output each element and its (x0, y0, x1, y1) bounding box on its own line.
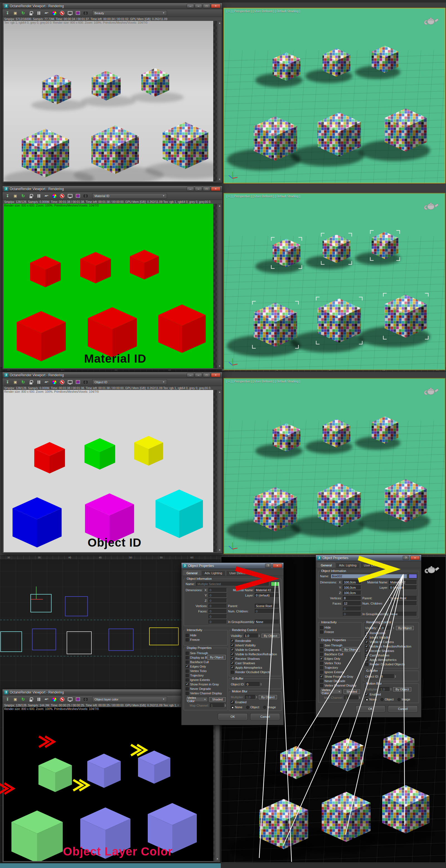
cast-shadows-checkbox[interactable] (365, 654, 368, 657)
renderable-checkbox[interactable] (231, 640, 234, 643)
vertex-color-select[interactable]: Vertex Color▼ (320, 689, 342, 694)
hide-checkbox[interactable] (186, 634, 189, 637)
layer-field[interactable]: 0 (default) (255, 593, 279, 598)
object-color-swatch[interactable] (271, 582, 279, 586)
window-titlebar[interactable]: 3 OctaneRender Viewport - Rendering ↔–□× (2, 186, 222, 192)
object-id-field[interactable]: 0 (246, 682, 260, 686)
picture-icon[interactable] (75, 379, 81, 385)
pause-icon[interactable] (36, 193, 41, 199)
close-button[interactable]: × (410, 556, 420, 560)
scroll-up-icon[interactable]: ▲ (219, 22, 221, 24)
show-frozen-checkbox[interactable] (186, 683, 189, 686)
never-degrade-checkbox[interactable] (320, 680, 323, 683)
maximize-button[interactable]: □ (203, 187, 210, 191)
window-titlebar[interactable]: 3 OctaneRender Viewport - Rendering ↔–□× (2, 3, 222, 9)
display-as-box-checkbox[interactable] (186, 656, 189, 659)
picture-icon[interactable] (75, 193, 81, 199)
by-object-button[interactable]: By Object (393, 687, 411, 691)
stop-icon[interactable] (59, 379, 65, 385)
pause-icon[interactable] (36, 379, 41, 385)
viewport-canvas[interactable] (224, 378, 445, 554)
freeze-checkbox[interactable] (320, 630, 323, 633)
edges-only-checkbox[interactable] (320, 657, 323, 660)
by-object-button[interactable]: By Object (342, 647, 360, 652)
viewport-canvas[interactable] (224, 193, 445, 370)
multiplier-field[interactable]: 1,0 (379, 687, 390, 691)
vertex-color-select[interactable]: Vertex Color▼ (186, 697, 208, 702)
spinner[interactable]: ▴▾ (259, 634, 260, 637)
viewport-canvas[interactable] (224, 8, 445, 183)
see-through-checkbox[interactable] (186, 652, 189, 655)
render-occluded-checkbox[interactable] (231, 671, 234, 674)
camera-icon[interactable] (83, 696, 88, 702)
render-area[interactable]: Object Layer Color (4, 707, 215, 861)
object-id-field[interactable]: 0 (380, 674, 394, 679)
display-as-box-checkbox[interactable] (320, 648, 323, 651)
export-icon[interactable]: ↧ (5, 696, 10, 702)
vertex-ticks-checkbox[interactable] (320, 662, 323, 665)
z-field[interactable]: 0 (209, 598, 227, 603)
renderable-checkbox[interactable] (365, 632, 368, 635)
receive-shadows-checkbox[interactable] (365, 649, 368, 653)
apply-atmospherics-checkbox[interactable] (231, 666, 234, 669)
enabled-checkbox[interactable] (365, 693, 368, 696)
image-radio[interactable] (263, 706, 266, 709)
color-wheel-icon[interactable] (52, 193, 57, 199)
edges-only-checkbox[interactable] (186, 665, 189, 668)
lock-icon[interactable] (28, 10, 34, 16)
spinner[interactable]: ▴▾ (359, 696, 360, 699)
map-channel-field[interactable]: 1 (210, 703, 224, 708)
spinner[interactable]: ▴▾ (256, 696, 257, 699)
none-radio[interactable] (365, 698, 368, 701)
perspective-viewport-3[interactable]: [ + ] [ Perspective ] [ User Defined ] [… (224, 378, 445, 554)
stop-icon[interactable] (59, 696, 65, 702)
ignore-extents-checkbox[interactable] (186, 678, 189, 682)
x-field[interactable]: 100,0cm (343, 580, 361, 585)
focus-icon[interactable]: AF¹ (44, 10, 49, 16)
trajectory-checkbox[interactable] (186, 674, 189, 677)
close-button[interactable]: × (211, 4, 221, 8)
ok-button[interactable]: OK (218, 714, 247, 720)
tab-adv-lighting[interactable]: Adv. Lighting (336, 562, 360, 568)
clipboard-icon[interactable]: ▣ (12, 379, 18, 385)
minimize-button[interactable]: – (195, 373, 202, 377)
render-pass-select[interactable]: Beauty▼ (92, 10, 167, 16)
y-field[interactable]: 100,0cm (343, 585, 361, 590)
export-icon[interactable]: ↧ (5, 379, 10, 385)
inherit-visibility-checkbox[interactable] (231, 644, 234, 647)
export-icon[interactable]: ↧ (5, 10, 10, 16)
apply-atmospherics-checkbox[interactable] (365, 658, 368, 661)
display-icon[interactable] (67, 193, 73, 199)
render-scrollbar[interactable]: ▲▼ (216, 707, 219, 861)
focus-icon[interactable]: AF¹ (44, 379, 49, 385)
render-scrollbar[interactable]: ▲▼ (218, 390, 222, 552)
minimize-button[interactable]: – (195, 187, 202, 191)
color-wheel-icon[interactable] (52, 379, 57, 385)
render-scrollbar[interactable]: ▲▼ (218, 21, 222, 182)
name-field[interactable]: Box002 (330, 574, 407, 579)
backface-cull-checkbox[interactable] (186, 661, 189, 664)
export-icon[interactable]: ↧ (5, 193, 10, 199)
trajectory-checkbox[interactable] (320, 666, 323, 669)
picture-icon[interactable] (75, 10, 81, 16)
dialog-titlebar[interactable]: 3 Object Properties ? × (316, 555, 421, 561)
by-object-button[interactable]: By Object (259, 695, 277, 700)
never-degrade-checkbox[interactable] (186, 687, 189, 690)
display-icon[interactable] (67, 379, 73, 385)
tab-user-defined[interactable]: User Defined (226, 570, 251, 576)
viewport-label[interactable]: [ + ] [ Perspective ] [ User Defined ] [… (226, 380, 300, 383)
close-button[interactable]: × (211, 373, 221, 377)
camera-icon[interactable] (83, 193, 88, 199)
visible-to-reflection-checkbox[interactable] (231, 653, 234, 656)
tab-general[interactable]: General (318, 562, 335, 568)
map-channel-field[interactable]: 1 (344, 695, 359, 700)
minimize-button[interactable]: – (195, 4, 202, 8)
scroll-down-icon[interactable]: ▼ (219, 365, 221, 367)
shaded-button[interactable]: Shaded (209, 697, 226, 702)
name-field[interactable]: Multiple Selected (196, 582, 269, 586)
window-titlebar[interactable]: 3 OctaneRender Viewport - Rendering ↔–□× (2, 372, 222, 378)
lock-icon[interactable] (28, 696, 34, 702)
visibility-field[interactable]: 1,0 (244, 633, 258, 638)
vertex-ticks-checkbox[interactable] (186, 670, 189, 673)
receive-shadows-checkbox[interactable] (231, 657, 234, 660)
